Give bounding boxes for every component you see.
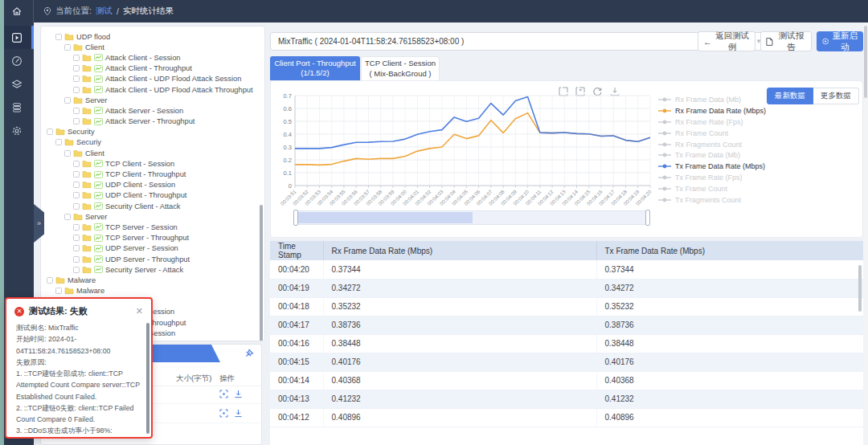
chart-datazoom-slider[interactable] <box>295 210 649 225</box>
table-cell: 0.38736 <box>323 316 596 334</box>
table-row: 00:04:140.403680.40368 <box>270 371 863 390</box>
checkbox[interactable] <box>55 139 62 145</box>
tree-node[interactable]: Attack Client - UDP Flood Attack Session <box>41 74 264 84</box>
tree-node[interactable]: UDP Client - Session <box>41 180 264 190</box>
checkbox[interactable] <box>73 235 80 241</box>
download-icon[interactable] <box>234 390 243 398</box>
datazoom-handle-left[interactable] <box>293 210 298 226</box>
preview-icon[interactable] <box>219 390 228 398</box>
checkbox[interactable] <box>73 203 80 210</box>
tree-scrollbar[interactable] <box>260 205 263 341</box>
test-case-select[interactable]: MixTraffic ( 2024-01-04T11:58:24.7615852… <box>270 32 770 51</box>
checkbox[interactable] <box>73 224 80 231</box>
folder-icon <box>82 117 92 125</box>
tree-node[interactable]: Security Server - Attack <box>41 264 264 275</box>
tree-node[interactable]: TCP Client - Session <box>41 158 264 169</box>
popup-scrollbar[interactable] <box>146 323 149 434</box>
checkbox[interactable] <box>73 182 80 188</box>
legend-item[interactable]: Tx Fragments Count <box>658 194 766 206</box>
legend-item[interactable]: Rx Fragments Count <box>658 139 766 150</box>
checkbox[interactable] <box>73 267 80 273</box>
legend-item[interactable]: Rx Frame Rate (Fps) <box>658 116 766 128</box>
folder-icon <box>82 54 92 62</box>
checkbox[interactable] <box>73 192 80 198</box>
download-icon[interactable] <box>234 409 243 418</box>
checkbox[interactable] <box>64 44 71 51</box>
datazoom-handle-right[interactable] <box>645 210 650 226</box>
tree-node[interactable]: Security <box>41 127 264 137</box>
legend-item[interactable]: Tx Frame Data (Mb) <box>658 149 766 161</box>
tree-node[interactable]: Security Client - Attack <box>41 201 264 211</box>
checkbox[interactable] <box>64 150 71 157</box>
tree-node[interactable]: Attack Client - Session <box>41 52 264 63</box>
legend-item[interactable]: Tx Frame Data Rate (Mbps) <box>658 161 766 172</box>
checkbox[interactable] <box>64 97 71 104</box>
page-scrollbar-thumb[interactable] <box>864 26 867 98</box>
tree-node[interactable]: Client <box>41 42 264 52</box>
checkbox[interactable] <box>73 76 80 82</box>
checkbox[interactable] <box>73 245 80 251</box>
legend-marker <box>658 198 671 202</box>
checkbox[interactable] <box>47 277 53 284</box>
tree-node[interactable]: Attack Server - Session <box>41 105 264 116</box>
tab-client-port-throughput[interactable]: Client Port - Throughput (1/1.5/2) <box>270 56 360 80</box>
legend-item[interactable]: Tx Frame Rate (Fps) <box>658 172 766 183</box>
tab-tcp-client-session[interactable]: TCP Client - Session ( Mix-BackGroud ) <box>361 56 440 80</box>
breadcrumb-link-test[interactable]: 测试 <box>96 6 113 17</box>
checkbox[interactable] <box>55 34 62 40</box>
chart-card: 最新数据 更多数据 00.10.20.30.40.50.60.700:03:51… <box>270 80 863 238</box>
tree-node[interactable]: Server <box>41 211 264 222</box>
folder-icon <box>82 202 92 210</box>
checkbox[interactable] <box>73 55 80 61</box>
checkbox[interactable] <box>73 161 80 167</box>
checkbox[interactable] <box>47 129 53 135</box>
legend-item[interactable]: Tx Frame Count <box>658 183 766 194</box>
tree-node[interactable]: Malware <box>41 286 264 296</box>
preview-icon[interactable] <box>219 409 228 418</box>
tree-node[interactable]: Attack Client - UDP Flood Attack Through… <box>41 84 264 95</box>
error-popup-title: 测试结果: 失败 <box>29 305 131 317</box>
checkbox[interactable] <box>73 256 80 263</box>
legend-marker <box>658 175 671 180</box>
legend-item[interactable]: Rx Frame Data (Mb) <box>658 94 766 105</box>
tree-node[interactable]: UDP Client - Throughput <box>41 190 264 201</box>
tree-node[interactable]: TCP Server - Session <box>41 222 264 232</box>
tree-node[interactable]: TCP Server - Throughput <box>41 233 264 243</box>
back-to-case-button[interactable]: ← 返回测试例 <box>698 31 755 51</box>
tree-node[interactable]: Malware <box>41 275 264 285</box>
legend-item[interactable]: Rx Frame Count <box>658 128 766 139</box>
tree-node[interactable]: TCP Client - Throughput <box>41 169 264 179</box>
checkbox[interactable] <box>73 108 80 114</box>
sidebar-item-realtime-stats[interactable] <box>0 26 34 49</box>
tree-node[interactable]: UDP flood <box>41 31 264 42</box>
more-data-button[interactable]: 更多数据 <box>813 88 859 104</box>
gauge-icon <box>10 55 23 67</box>
checkbox[interactable] <box>55 288 62 294</box>
tree-node[interactable]: UDP Server - Session <box>41 243 264 254</box>
test-report-button[interactable]: 测试报告 <box>760 31 812 51</box>
checkbox[interactable] <box>73 87 80 93</box>
sidebar-item-dashboard[interactable] <box>0 49 34 72</box>
sidebar-item-resources[interactable] <box>0 72 34 96</box>
tree-node[interactable]: Server <box>41 95 264 105</box>
checkbox[interactable] <box>73 65 80 71</box>
tree-node[interactable]: Attack Client - Throughput <box>41 63 264 74</box>
folder-icon <box>82 75 92 83</box>
tree-node[interactable]: UDP Server - Throughput <box>41 254 264 264</box>
checkbox[interactable] <box>64 214 71 220</box>
tree-node[interactable]: Securiy <box>41 137 264 148</box>
sidebar-item-servers[interactable] <box>0 96 34 119</box>
pin-icon[interactable] <box>245 348 255 359</box>
checkbox[interactable] <box>73 171 80 178</box>
tree-node[interactable]: Attack Server - Throughput <box>41 116 264 127</box>
close-icon[interactable]: ✕ <box>136 306 143 316</box>
latest-data-button[interactable]: 最新数据 <box>767 88 813 104</box>
tree-node[interactable]: Client <box>41 148 264 158</box>
table-scrollbar[interactable] <box>858 265 862 312</box>
legend-item[interactable]: Rx Frame Data Rate (Mbps) <box>658 105 766 116</box>
folder-icon <box>82 255 92 263</box>
home-nav-button[interactable] <box>0 0 34 22</box>
checkbox[interactable] <box>73 118 80 125</box>
restart-button[interactable]: 重新启动 <box>817 31 863 51</box>
sidebar-item-settings[interactable] <box>0 119 34 142</box>
